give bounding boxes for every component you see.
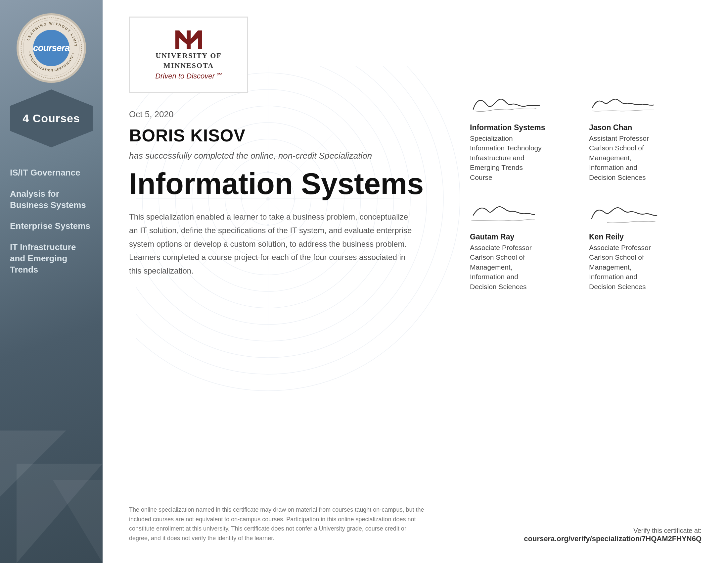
umn-logo-icon [174,29,204,50]
signatures-row-2: Gautam Ray Associate ProfessorCarlson Sc… [470,202,708,292]
sig-title-4: Associate ProfessorCarlson School ofMana… [589,243,688,292]
main-content: University of Minnesota Driven to Discov… [103,0,728,563]
signature-block-2: Jason Chan Assistant ProfessorCarlson Sc… [589,93,688,182]
sig-name-3: Gautam Ray [470,232,569,241]
course-item-label: IT Infrastructure and Emerging Trends [10,242,76,274]
coursera-wordmark: coursera [33,43,69,53]
sig-title-3: Associate ProfessorCarlson School ofMana… [470,243,569,292]
signature-block-1: Information Systems SpecializationInform… [470,93,569,182]
verification-info: Verify this certificate at: coursera.org… [524,527,702,543]
sig-name-2: Jason Chan [589,123,688,132]
coursera-badge: LEARNING WITHOUT LIMITS • • SPECIALIZATI… [17,13,86,83]
course-list: IS/IT Governance Analysis for Business S… [0,147,103,296]
signature-block-4: Ken Reily Associate ProfessorCarlson Sch… [589,202,688,292]
sig-name-4: Ken Reily [589,232,688,241]
verify-url: coursera.org/verify/specialization/7HQAM… [524,535,702,543]
course-item-label: IS/IT Governance [10,167,80,177]
header-area: University of Minnesota Driven to Discov… [103,0,728,103]
list-item: IT Infrastructure and Emerging Trends [10,242,93,275]
signature-image-1 [470,93,569,119]
coursera-logo: coursera [33,30,69,66]
course-item-label: Analysis for Business Systems [10,189,86,210]
course-count-label: 4 Courses [23,112,80,124]
disclaimer-text: The online specialization named in this … [129,505,427,543]
signature-block-3: Gautam Ray Associate ProfessorCarlson Sc… [470,202,569,292]
course-count-ribbon: 4 Courses [10,89,93,147]
certificate-footer: The online specialization named in this … [129,505,702,543]
university-name: University of Minnesota [137,50,241,70]
verify-label: Verify this certificate at: [524,527,702,535]
sidebar: LEARNING WITHOUT LIMITS • • SPECIALIZATI… [0,0,103,563]
sig-title-1: SpecializationInformation TechnologyInfr… [470,133,569,182]
certificate-description: This specialization enabled a learner to… [129,210,414,278]
sig-title-2: Assistant ProfessorCarlson School ofMana… [589,133,688,182]
signature-image-3 [470,202,569,228]
decoration-triangle-3 [53,480,103,563]
university-tagline: Driven to Discover℠ [155,72,222,80]
signature-image-4 [589,202,688,228]
signature-image-2 [589,93,688,119]
list-item: Analysis for Business Systems [10,188,93,211]
list-item: Enterprise Systems [10,220,93,232]
university-logo-box: University of Minnesota Driven to Discov… [129,17,248,93]
list-item: IS/IT Governance [10,167,93,178]
signatures-section: Information Systems SpecializationInform… [470,93,708,311]
badge-area: LEARNING WITHOUT LIMITS • • SPECIALIZATI… [0,0,103,89]
course-item-label: Enterprise Systems [10,221,90,231]
signatures-row-1: Information Systems SpecializationInform… [470,93,708,182]
sig-name-1: Information Systems [470,123,569,132]
